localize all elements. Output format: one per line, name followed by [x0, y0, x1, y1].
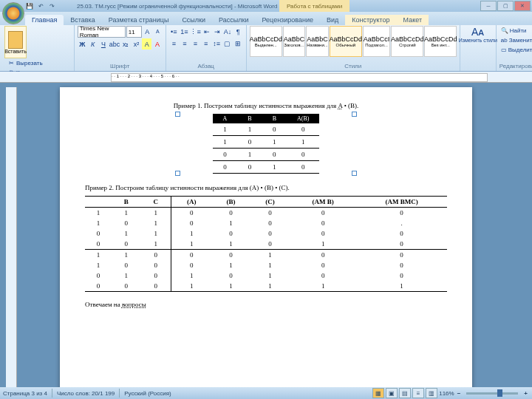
- word-count[interactable]: Число слов: 20/1 199: [57, 390, 115, 397]
- redo-icon[interactable]: ↷: [47, 1, 56, 10]
- tab-design[interactable]: Конструктор: [345, 15, 396, 25]
- borders-button[interactable]: ⊞: [233, 38, 242, 49]
- group-font: Times New Roman 11 A A Ж К Ч abc x₂ x² A…: [75, 25, 166, 71]
- numbering-button[interactable]: 1≡: [180, 26, 189, 37]
- style-item[interactable]: AaBbCcDdБез инт...: [424, 26, 456, 57]
- tab-view[interactable]: Вид: [320, 15, 345, 25]
- statusbar: Страница 3 из 4 Число слов: 20/1 199 Рус…: [0, 387, 532, 399]
- minimize-button[interactable]: ─: [480, 1, 497, 11]
- truth-table-1[interactable]: ABBA(B)1100101101000010: [213, 114, 320, 174]
- tab-insert[interactable]: Вставка: [64, 15, 101, 25]
- show-marks-button[interactable]: ¶: [233, 26, 243, 37]
- group-styles: AaBbCcDdВыделен...AaBbCЗаголов...AaBbCНа…: [247, 25, 460, 71]
- paste-button[interactable]: Вставить: [4, 26, 27, 58]
- tab-review[interactable]: Рецензирование: [255, 15, 320, 25]
- replace-button[interactable]: abЗаменить: [499, 35, 532, 45]
- sort-button[interactable]: A↓: [222, 26, 232, 37]
- undo-icon[interactable]: ↶: [36, 1, 45, 10]
- grow-font-button[interactable]: A: [143, 26, 152, 37]
- group-label: Абзац: [169, 62, 243, 70]
- strike-button[interactable]: abc: [109, 38, 120, 50]
- outdent-button[interactable]: ⇤: [202, 26, 211, 37]
- underline-button[interactable]: Ч: [98, 38, 108, 50]
- example-1-title: Пример 1. Построим таблицу истинности вы…: [85, 102, 447, 109]
- language-indicator[interactable]: Русский (Россия): [124, 390, 171, 397]
- style-item[interactable]: AaBbCНазвани...: [306, 26, 329, 57]
- style-item[interactable]: AaBbCcDdОбычный: [330, 26, 362, 57]
- titlebar: 💾 ↶ ↷ 25.03. TM.rycc [Режим ограниченной…: [0, 0, 532, 12]
- group-editing: 🔍Найти abЗаменить ▭Выделить Редактирован…: [497, 25, 532, 71]
- font-size-combo[interactable]: 11: [126, 26, 142, 38]
- document-area[interactable]: Пример 1. Построим таблицу истинности вы…: [0, 83, 532, 387]
- draft-view-button[interactable]: ▥: [426, 388, 437, 398]
- italic-button[interactable]: К: [88, 38, 98, 50]
- tab-page-layout[interactable]: Разметка страницы: [102, 15, 176, 25]
- align-right-button[interactable]: ≡: [191, 38, 200, 49]
- zoom-slider[interactable]: [466, 392, 518, 395]
- align-left-button[interactable]: ≡: [169, 38, 179, 49]
- superscript-button[interactable]: x²: [132, 38, 141, 50]
- select-icon: ▭: [501, 47, 507, 54]
- change-styles-icon: Aᴀ: [471, 26, 484, 38]
- ruler-horizontal[interactable]: · · 1 · · · 2 · · · 3 · · · 4 · · · 5 · …: [0, 72, 532, 83]
- indent-button[interactable]: ⇥: [212, 26, 222, 37]
- page-indicator[interactable]: Страница 3 из 4: [3, 390, 47, 397]
- style-item[interactable]: AaBbCcDdВыделен...: [250, 26, 282, 57]
- zoom-in-button[interactable]: +: [522, 390, 529, 397]
- example-2-title: Пример 2. Построим таблицу истинности вы…: [85, 184, 447, 191]
- scissors-icon: ✂: [7, 60, 15, 67]
- shrink-font-button[interactable]: A: [153, 26, 163, 37]
- font-name-combo[interactable]: Times New Roman: [78, 26, 126, 38]
- table-handle-icon[interactable]: [175, 171, 180, 176]
- web-layout-view-button[interactable]: ▤: [399, 388, 411, 398]
- bold-button[interactable]: Ж: [78, 38, 87, 50]
- tab-home[interactable]: Главная: [25, 15, 64, 25]
- truth-table-2[interactable]: BC(A)(B)(C)(AM B)(AM BMC)111000001010100…: [85, 196, 447, 292]
- paste-icon: [8, 31, 23, 49]
- tab-mailings[interactable]: Рассылки: [212, 15, 255, 25]
- group-label: Редактирование: [499, 62, 532, 70]
- tab-layout[interactable]: Макет: [397, 15, 429, 25]
- align-center-button[interactable]: ≡: [180, 38, 189, 49]
- multilevel-button[interactable]: ⋮≡: [190, 26, 201, 37]
- group-paragraph: •≡ 1≡ ⋮≡ ⇤ ⇥ A↓ ¶ ≡ ≡ ≡ ≡ ↕≡ ▢ ⊞ Абзац: [166, 25, 247, 71]
- ribbon: Вставить ✂Вырезать ⎘Копировать 🖌Формат п…: [0, 25, 532, 72]
- table-handle-icon[interactable]: [352, 171, 357, 176]
- change-styles-button[interactable]: Aᴀ Изменить стили: [463, 26, 493, 57]
- group-label: Стили: [250, 62, 457, 70]
- zoom-level[interactable]: 116%: [439, 390, 454, 397]
- window-title: 25.03. TM.rycc [Режим ограниченной функц…: [62, 3, 480, 10]
- answer-text: Отвечаем на вопросы: [85, 301, 447, 308]
- group-label: Шрифт: [78, 62, 163, 70]
- style-item[interactable]: AaBbCcDdСтрогий: [391, 26, 423, 57]
- replace-icon: ab: [501, 37, 508, 44]
- line-spacing-button[interactable]: ↕≡: [211, 38, 221, 49]
- find-button[interactable]: 🔍Найти: [499, 26, 532, 35]
- office-button[interactable]: [2, 2, 24, 24]
- find-icon: 🔍: [501, 27, 508, 35]
- cut-button[interactable]: ✂Вырезать: [6, 58, 71, 68]
- tab-references[interactable]: Ссылки: [175, 15, 212, 25]
- table-handle-icon[interactable]: [175, 112, 180, 117]
- subscript-button[interactable]: x₂: [121, 38, 131, 50]
- zoom-out-button[interactable]: −: [456, 390, 463, 397]
- page[interactable]: Пример 1. Построим таблицу истинности вы…: [60, 87, 472, 387]
- maximize-button[interactable]: ▢: [497, 1, 514, 11]
- font-color-button[interactable]: A: [152, 38, 162, 50]
- shading-button[interactable]: ▢: [222, 38, 232, 49]
- close-button[interactable]: ✕: [514, 1, 531, 11]
- outline-view-button[interactable]: ≡: [412, 388, 424, 398]
- full-screen-view-button[interactable]: ▣: [386, 388, 398, 398]
- group-change-styles: Aᴀ Изменить стили: [460, 25, 497, 71]
- save-icon[interactable]: 💾: [25, 1, 34, 10]
- print-layout-view-button[interactable]: ▦: [372, 388, 384, 398]
- style-item[interactable]: AaBbCcIПодзагол...: [363, 26, 391, 57]
- select-button[interactable]: ▭Выделить: [499, 45, 532, 55]
- style-item[interactable]: AaBbCЗаголов...: [283, 26, 306, 57]
- zoom-thumb[interactable]: [497, 389, 502, 397]
- highlight-button[interactable]: A: [142, 38, 151, 50]
- ruler-vertical[interactable]: [6, 87, 17, 387]
- bullets-button[interactable]: •≡: [169, 26, 179, 37]
- table-handle-icon[interactable]: [352, 112, 357, 117]
- justify-button[interactable]: ≡: [201, 38, 211, 49]
